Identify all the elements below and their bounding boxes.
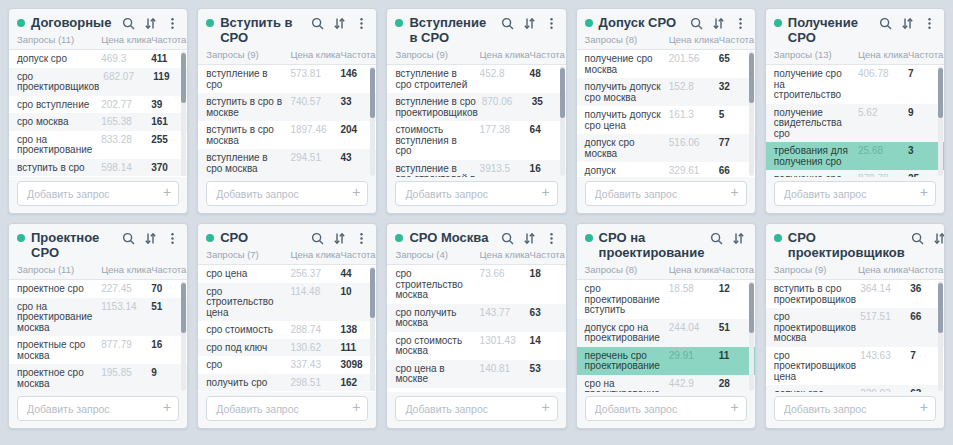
query-row[interactable]: сро под ключ130.62111	[198, 339, 376, 357]
sort-icon[interactable]	[523, 17, 536, 30]
query-row[interactable]: вступить в сро проектировщиков364.1436	[766, 280, 944, 308]
query-row[interactable]: вступить в сро москва1897.46204	[198, 121, 376, 149]
query-row[interactable]: требования для получения сро25.683	[766, 142, 944, 170]
kebab-menu-icon[interactable]	[166, 232, 179, 245]
query-row[interactable]: сро получить москва143.7763	[387, 304, 565, 332]
query-row[interactable]: получение сро москва201.5665	[577, 50, 755, 78]
add-query-input[interactable]	[774, 181, 936, 206]
add-query-input[interactable]	[585, 181, 747, 206]
search-icon[interactable]	[911, 232, 924, 245]
query-row[interactable]: сро на проектирование цена442.928	[577, 375, 755, 393]
search-icon[interactable]	[879, 17, 892, 30]
search-icon[interactable]	[690, 17, 703, 30]
query-row[interactable]: сро на проектирование833.28255	[9, 131, 187, 159]
sort-icon[interactable]	[333, 17, 346, 30]
add-query-input[interactable]	[17, 396, 179, 421]
query-row[interactable]: допуск строительного сро329.6166	[577, 162, 755, 177]
sort-icon[interactable]	[712, 17, 725, 30]
scrollbar-track[interactable]	[938, 66, 943, 176]
scrollbar-track[interactable]	[181, 51, 186, 176]
query-row[interactable]: сро проектировщиков цена143.637	[766, 347, 944, 386]
scrollbar-track[interactable]	[370, 66, 375, 176]
kebab-menu-icon[interactable]	[545, 17, 558, 30]
add-icon[interactable]: +	[541, 400, 549, 414]
sort-icon[interactable]	[901, 17, 914, 30]
query-row[interactable]: сро вступление202.7739	[9, 96, 187, 114]
query-row[interactable]: допуск сро проектировщиков229.0363	[766, 385, 944, 392]
scrollbar-track[interactable]	[938, 281, 943, 391]
query-row[interactable]: вступление в сро строителей452.848	[387, 65, 565, 93]
scrollbar-thumb[interactable]	[181, 283, 186, 333]
add-query-input[interactable]	[206, 396, 368, 421]
scrollbar-track[interactable]	[749, 281, 754, 391]
search-icon[interactable]	[122, 232, 135, 245]
query-row[interactable]: проектное сро москва195.859	[9, 364, 187, 392]
search-icon[interactable]	[501, 232, 514, 245]
scrollbar-thumb[interactable]	[370, 268, 375, 318]
add-query-input[interactable]	[395, 396, 557, 421]
query-row[interactable]: сро проектирование вступить18.5812	[577, 280, 755, 319]
kebab-menu-icon[interactable]	[545, 232, 558, 245]
scrollbar-thumb[interactable]	[560, 68, 565, 118]
add-query-input[interactable]	[395, 181, 557, 206]
kebab-menu-icon[interactable]	[923, 17, 936, 30]
sort-icon[interactable]	[523, 232, 536, 245]
query-row[interactable]: вступить в сро598.14370	[9, 159, 187, 177]
query-row[interactable]: получить допуск сро цена161.35	[577, 106, 755, 134]
query-row[interactable]: вступление в сро проектировщиков870.0635	[387, 93, 565, 121]
add-icon[interactable]: +	[920, 400, 928, 414]
sort-icon[interactable]	[144, 232, 157, 245]
scrollbar-thumb[interactable]	[749, 283, 754, 333]
scrollbar-thumb[interactable]	[938, 68, 943, 118]
kebab-menu-icon[interactable]	[355, 232, 368, 245]
sort-icon[interactable]	[333, 232, 346, 245]
add-icon[interactable]: +	[541, 185, 549, 199]
scrollbar-thumb[interactable]	[370, 68, 375, 118]
query-row[interactable]: получить сро298.51162	[198, 374, 376, 392]
sort-icon[interactable]	[732, 232, 745, 245]
kebab-menu-icon[interactable]	[734, 17, 747, 30]
query-row[interactable]: проектное сро227.4570	[9, 280, 187, 298]
scrollbar-thumb[interactable]	[938, 283, 943, 333]
query-row[interactable]: стоимость вступления в сро177.3864	[387, 121, 565, 160]
query-row[interactable]: вступление в сро москва294.5143	[198, 149, 376, 177]
sort-icon[interactable]	[144, 17, 157, 30]
query-row[interactable]: вступление в сро строителей в москве3913…	[387, 160, 565, 178]
kebab-menu-icon[interactable]	[355, 17, 368, 30]
add-icon[interactable]: +	[163, 400, 171, 414]
scrollbar-track[interactable]	[370, 266, 375, 391]
scrollbar-thumb[interactable]	[749, 53, 754, 103]
query-row[interactable]: получение сро на строительство406.787	[766, 65, 944, 104]
query-row[interactable]: вступить в сро в москве740.5733	[198, 93, 376, 121]
add-icon[interactable]: +	[731, 185, 739, 199]
add-query-input[interactable]	[585, 396, 747, 421]
sort-icon[interactable]	[933, 232, 945, 245]
add-icon[interactable]: +	[352, 185, 360, 199]
query-row[interactable]: сро строительство цена114.4810	[198, 283, 376, 322]
query-row[interactable]: вступление в сро573.81146	[198, 65, 376, 93]
query-row[interactable]: проектные сро москва877.7916	[9, 336, 187, 364]
add-query-input[interactable]	[774, 396, 936, 421]
scrollbar-track[interactable]	[749, 51, 754, 176]
query-row[interactable]: допуск сро469.3411	[9, 50, 187, 68]
search-icon[interactable]	[311, 232, 324, 245]
search-icon[interactable]	[122, 17, 135, 30]
query-row[interactable]: сро проектировщиков682.07119	[9, 68, 187, 96]
query-row[interactable]: получение свидетельства сро5.629	[766, 104, 944, 143]
query-row[interactable]: сро москва165.38161	[9, 113, 187, 131]
kebab-menu-icon[interactable]	[166, 17, 179, 30]
query-row[interactable]: сро337.433098	[198, 356, 376, 374]
add-icon[interactable]: +	[731, 400, 739, 414]
query-row[interactable]: сро стоимость288.74138	[198, 321, 376, 339]
query-row[interactable]: сро цена256.3744	[198, 265, 376, 283]
query-row[interactable]: допуск сро на проектирование244.0451	[577, 319, 755, 347]
query-row[interactable]: сро стоимость москва1301.4314	[387, 332, 565, 360]
scrollbar-track[interactable]	[181, 281, 186, 391]
query-row[interactable]: сро на проектирование москва1153.1451	[9, 298, 187, 337]
add-icon[interactable]: +	[920, 185, 928, 199]
query-row[interactable]: сро проектировщиков москва517.5166	[766, 308, 944, 347]
query-row[interactable]: сро строительство москва73.6618	[387, 265, 565, 304]
query-row[interactable]: сро цена в москве140.8153	[387, 360, 565, 388]
query-row[interactable]: допуск сро москва516.0677	[577, 134, 755, 162]
query-row[interactable]: получить допуск сро москва152.832	[577, 78, 755, 106]
